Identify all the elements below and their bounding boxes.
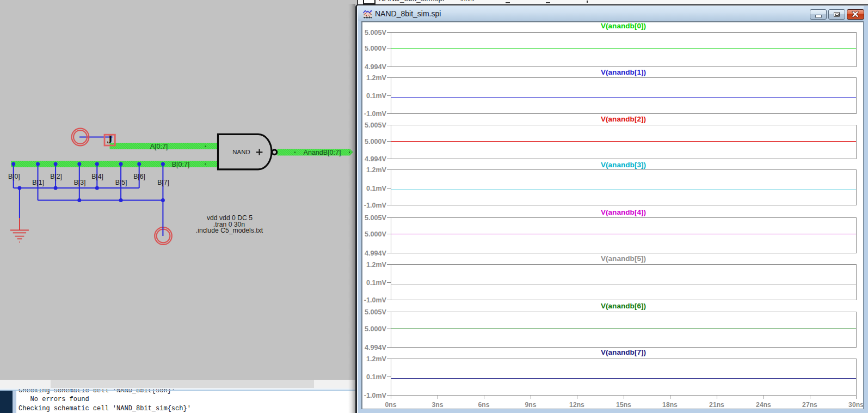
svg-text:B[7]: B[7] xyxy=(157,179,169,186)
svg-text:5.000V: 5.000V xyxy=(365,325,387,333)
svg-text:V(anandb[2]): V(anandb[2]) xyxy=(601,115,646,123)
svg-text:0.1mV: 0.1mV xyxy=(366,92,387,100)
svg-text:4.994V: 4.994V xyxy=(365,63,387,71)
svg-text:6ns: 6ns xyxy=(478,401,489,409)
svg-text:4.994V: 4.994V xyxy=(365,250,387,257)
svg-text:B[6]: B[6] xyxy=(133,173,145,180)
svg-text:5.005V: 5.005V xyxy=(365,122,387,129)
svg-text:NAND: NAND xyxy=(232,149,250,155)
svg-text:1.2mV: 1.2mV xyxy=(366,166,387,174)
svg-text:3ns: 3ns xyxy=(432,401,443,409)
svg-text:V(anandb[7]): V(anandb[7]) xyxy=(601,348,646,356)
svg-text:B[0:7]: B[0:7] xyxy=(172,161,190,168)
svg-text:4.994V: 4.994V xyxy=(365,344,387,351)
svg-text:V(anandb[3]): V(anandb[3]) xyxy=(601,161,646,169)
svg-text:B[2]: B[2] xyxy=(50,173,62,180)
svg-text:-1.0mV: -1.0mV xyxy=(364,110,387,118)
svg-text:12ns: 12ns xyxy=(569,401,584,409)
svg-text:V(anandb[4]): V(anandb[4]) xyxy=(601,208,646,216)
svg-text:0.1mV: 0.1mV xyxy=(366,185,387,192)
svg-text:B[4]: B[4] xyxy=(91,173,103,180)
svg-text:21ns: 21ns xyxy=(709,401,724,409)
svg-text:1.2mV: 1.2mV xyxy=(366,261,387,269)
svg-text:5.000V: 5.000V xyxy=(365,45,387,52)
svg-text:V(anandb[5]): V(anandb[5]) xyxy=(601,254,646,263)
svg-text:1.2mV: 1.2mV xyxy=(366,355,387,363)
svg-text:24ns: 24ns xyxy=(756,401,771,409)
svg-text:V(anandb[1]): V(anandb[1]) xyxy=(601,68,646,76)
svg-text:B[3]: B[3] xyxy=(74,179,86,186)
svg-text:4.994V: 4.994V xyxy=(365,155,387,163)
svg-text:AnandB[0:7]: AnandB[0:7] xyxy=(304,149,341,156)
svg-text:.include C5_models.txt: .include C5_models.txt xyxy=(196,227,263,234)
svg-text:1.2mV: 1.2mV xyxy=(366,74,387,82)
svg-text:30ns: 30ns xyxy=(848,401,863,409)
svg-text:-1.0mV: -1.0mV xyxy=(364,202,387,209)
svg-text:V(anandb[6]): V(anandb[6]) xyxy=(601,302,646,310)
svg-text:27ns: 27ns xyxy=(802,401,817,409)
svg-text:5.005V: 5.005V xyxy=(365,214,387,222)
svg-text:0.1mV: 0.1mV xyxy=(366,279,387,287)
svg-text:5.000V: 5.000V xyxy=(365,230,387,238)
svg-text:0ns: 0ns xyxy=(385,401,396,409)
svg-text:-1.0mV: -1.0mV xyxy=(364,392,387,399)
svg-text:5.000V: 5.000V xyxy=(365,138,387,145)
svg-text:9ns: 9ns xyxy=(525,401,536,409)
svg-text:A[0:7]: A[0:7] xyxy=(150,143,168,150)
svg-text:B[0]: B[0] xyxy=(8,173,20,180)
svg-text:5.005V: 5.005V xyxy=(365,29,387,37)
svg-text:J: J xyxy=(107,133,113,146)
svg-text:B[5]: B[5] xyxy=(115,179,127,186)
svg-text:V(anandb[0]): V(anandb[0]) xyxy=(601,22,646,30)
svg-text:B[1]: B[1] xyxy=(32,179,44,186)
svg-text:-1.0mV: -1.0mV xyxy=(364,296,387,304)
svg-text:5.005V: 5.005V xyxy=(365,308,387,316)
svg-text:18ns: 18ns xyxy=(662,401,678,409)
svg-text:15ns: 15ns xyxy=(616,401,631,409)
svg-text:0.1mV: 0.1mV xyxy=(366,373,387,381)
